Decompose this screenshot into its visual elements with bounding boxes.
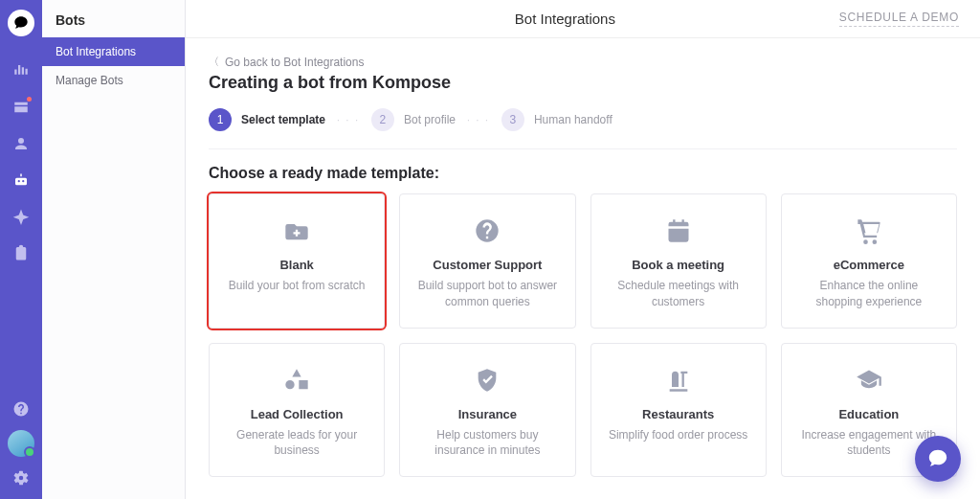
app-logo[interactable] [8,10,34,36]
folder-plus-icon [281,215,312,246]
rail-settings-icon[interactable] [0,466,42,489]
template-card-blank[interactable]: BlankBuild your bot from scratch [209,193,385,329]
step-separator: · · · [467,115,490,125]
template-desc: Schedule meetings with customers [605,278,752,310]
education-icon [854,365,884,396]
template-card-restaurants[interactable]: RestaurantsSimplify food order process [590,343,767,478]
food-icon [663,365,694,396]
sidebar-item-bot-integrations[interactable]: Bot Integrations [42,37,185,66]
back-link[interactable]: 〈 Go back to Bot Integrations [209,55,364,69]
page-title: Creating a bot from Kompose [209,73,957,93]
topbar: Bot Integrations SCHEDULE A DEMO [186,0,980,38]
cart-icon [854,215,884,246]
template-name: Blank [223,258,370,272]
rail-inbox-icon[interactable] [0,96,42,119]
rail-analytics-icon[interactable] [0,59,42,82]
template-card-insurance[interactable]: InsuranceHelp customers buy insurance in… [399,343,575,478]
step-number: 1 [209,108,232,131]
template-name: eCommerce [795,258,943,272]
template-card-lead-collection[interactable]: Lead CollectionGenerate leads for your b… [209,343,385,478]
step-2[interactable]: 2Bot profile [371,108,456,131]
template-desc: Help customers buy insurance in minutes [413,427,561,460]
template-desc: Simplify food order process [605,427,752,443]
template-name: Insurance [413,407,561,421]
sidebar-title: Bots [42,0,185,37]
step-label: Bot profile [404,113,456,126]
step-1[interactable]: 1Select template [209,108,325,131]
back-link-label: Go back to Bot Integrations [225,56,364,69]
template-desc: Build your bot from scratch [223,278,370,294]
rail-help-icon[interactable] [0,397,42,420]
template-card-book-a-meeting[interactable]: Book a meetingSchedule meetings with cus… [590,193,767,329]
rail-bot-icon[interactable] [0,169,42,192]
calendar-icon [663,215,694,246]
user-avatar[interactable] [8,430,34,457]
main: Bot Integrations SCHEDULE A DEMO 〈 Go ba… [186,0,980,499]
step-label: Select template [241,113,325,126]
rail-users-icon[interactable] [0,132,42,155]
sidebar-item-manage-bots[interactable]: Manage Bots [42,66,185,95]
schedule-demo-link[interactable]: SCHEDULE A DEMO [839,11,959,27]
template-card-customer-support[interactable]: Customer SupportBuild support bot to ans… [399,193,575,329]
left-rail [0,0,42,499]
template-name: Book a meeting [605,258,752,272]
template-desc: Enhance the online shopping experience [795,278,943,310]
chevron-left-icon: 〈 [209,55,219,69]
step-number: 3 [501,108,524,131]
template-name: Restaurants [605,407,752,421]
step-number: 2 [371,108,394,131]
step-3[interactable]: 3Human handoff [501,108,612,131]
topbar-title: Bot Integrations [291,11,839,27]
rail-clipboard-icon[interactable] [0,241,42,264]
section-heading: Choose a ready made template: [209,165,957,182]
content: 〈 Go back to Bot Integrations Creating a… [186,38,980,499]
template-grid: BlankBuild your bot from scratchCustomer… [209,193,957,477]
shield-icon [472,365,502,396]
step-label: Human handoff [534,113,612,126]
stepper: 1Select template· · ·2Bot profile· · ·3H… [209,104,957,149]
chat-launcher-fab[interactable] [915,436,961,482]
template-desc: Generate leads for your business [223,427,370,460]
rail-nav-icon[interactable] [0,205,42,228]
shapes-icon [281,365,312,396]
template-name: Lead Collection [223,407,370,421]
template-desc: Build support bot to answer common queri… [413,278,561,310]
template-name: Customer Support [413,258,561,272]
template-name: Education [795,407,943,421]
step-separator: · · · [337,115,360,125]
question-icon [472,215,502,246]
sidebar: Bots Bot IntegrationsManage Bots [42,0,186,499]
template-card-ecommerce[interactable]: eCommerceEnhance the online shopping exp… [781,193,957,329]
